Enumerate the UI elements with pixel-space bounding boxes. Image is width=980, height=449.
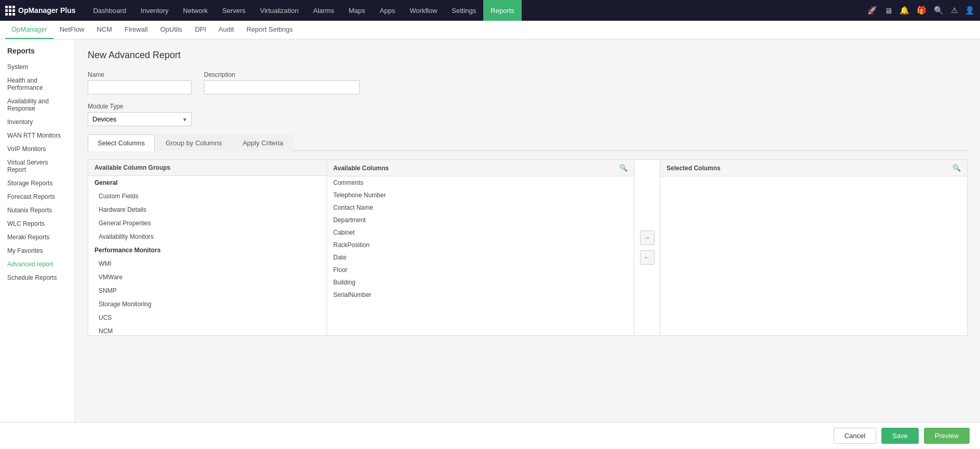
sidebar-item-nutanix[interactable]: Nutanix Reports xyxy=(0,203,75,217)
module-type-select[interactable]: Devices Interfaces Groups Applications xyxy=(88,112,192,126)
module-type-group: Module Type Devices Interfaces Groups Ap… xyxy=(88,103,968,126)
panel-available-columns-header: Available Columns 🔍 xyxy=(327,160,634,176)
group-item-vmware[interactable]: VMWare xyxy=(88,270,326,284)
user-icon[interactable]: 👤 xyxy=(965,6,975,15)
col-item-serial[interactable]: SerialNumber xyxy=(327,289,634,301)
col-item-telephone[interactable]: Telephone Number xyxy=(327,189,634,201)
panel-column-groups-body: General Custom Fields Hardware Details G… xyxy=(88,176,326,335)
bell-icon[interactable]: 🔔 xyxy=(900,6,909,15)
group-item-availability-monitors[interactable]: Availability Monitors xyxy=(88,230,326,243)
panel-column-groups-header: Available Column Groups xyxy=(88,160,326,176)
group-item-snmp[interactable]: SNMP xyxy=(88,284,326,297)
sub-nav: OpManager NetFlow NCM Firewall OpUtils D… xyxy=(0,21,980,39)
description-group: Description xyxy=(204,71,360,94)
sidebar-item-schedule[interactable]: Schedule Reports xyxy=(0,271,75,284)
group-item-general-properties[interactable]: General Properties xyxy=(88,216,326,230)
top-bar-icons: 🚀 🖥 🔔 🎁 🔍 ⚠ 👤 xyxy=(867,6,975,15)
description-input[interactable] xyxy=(204,80,360,94)
move-right-button[interactable]: → xyxy=(640,230,655,245)
nav-inventory[interactable]: Inventory xyxy=(133,0,175,21)
sidebar: Reports System Health and Performance Av… xyxy=(0,39,75,449)
top-nav: Dashboard Inventory Network Servers Virt… xyxy=(86,0,867,21)
col-item-rackposition[interactable]: RackPosition xyxy=(327,239,634,251)
arrow-buttons: → ← xyxy=(634,160,660,335)
nav-workflow[interactable]: Workflow xyxy=(402,0,444,21)
group-item-hardware-details[interactable]: Hardware Details xyxy=(88,203,326,216)
col-item-department[interactable]: Department xyxy=(327,214,634,226)
panel-available-columns-body: Comments Telephone Number Contact Name D… xyxy=(327,176,634,335)
group-item-ncm[interactable]: NCM xyxy=(88,324,326,335)
nav-settings[interactable]: Settings xyxy=(444,0,483,21)
sub-nav-opmanager[interactable]: OpManager xyxy=(5,21,53,39)
sub-nav-dpi[interactable]: DPI xyxy=(188,21,212,39)
description-label: Description xyxy=(204,71,360,78)
cancel-button[interactable]: Cancel xyxy=(834,428,876,444)
form-row-name-desc: Name Description xyxy=(88,71,968,94)
col-item-cabinet[interactable]: Cabinet xyxy=(327,226,634,239)
tab-group-by-columns[interactable]: Group by Columns xyxy=(156,134,232,151)
col-item-date[interactable]: Date xyxy=(327,251,634,264)
sub-nav-netflow[interactable]: NetFlow xyxy=(53,21,91,39)
sidebar-item-favorites[interactable]: My Favorites xyxy=(0,244,75,257)
col-item-contact[interactable]: Contact Name xyxy=(327,201,634,214)
sidebar-item-system[interactable]: System xyxy=(0,60,75,74)
sidebar-item-availability[interactable]: Availability and Response xyxy=(0,94,75,115)
selected-columns-search-icon[interactable]: 🔍 xyxy=(952,164,961,172)
preview-button[interactable]: Preview xyxy=(924,428,970,444)
move-left-button[interactable]: ← xyxy=(640,250,655,265)
panel-selected-columns-label: Selected Columns xyxy=(666,165,720,172)
col-item-building[interactable]: Building xyxy=(327,276,634,289)
group-item-ucs[interactable]: UCS xyxy=(88,311,326,324)
sidebar-item-inventory[interactable]: Inventory xyxy=(0,115,75,129)
sub-nav-report-settings[interactable]: Report Settings xyxy=(240,21,300,39)
app-name: OpManager Plus xyxy=(18,6,75,15)
module-type-select-wrapper: Devices Interfaces Groups Applications ▼ xyxy=(88,112,192,126)
sidebar-item-voip[interactable]: VoIP Monitors xyxy=(0,142,75,156)
rocket-icon[interactable]: 🚀 xyxy=(867,6,877,15)
sidebar-item-virtual[interactable]: Virtual Servers Report xyxy=(0,156,75,176)
sub-nav-oputils[interactable]: OpUtils xyxy=(154,21,189,39)
search-icon[interactable]: 🔍 xyxy=(934,6,944,15)
top-bar: OpManager Plus Dashboard Inventory Netwo… xyxy=(0,0,980,21)
sub-nav-audit[interactable]: Audit xyxy=(212,21,240,39)
panel-selected-columns-body xyxy=(660,176,967,335)
nav-alarms[interactable]: Alarms xyxy=(306,0,341,21)
page-title: New Advanced Report xyxy=(88,50,968,61)
sidebar-item-forecast[interactable]: Forecast Reports xyxy=(0,190,75,203)
name-label: Name xyxy=(88,71,192,78)
nav-apps[interactable]: Apps xyxy=(373,0,403,21)
sidebar-item-advanced[interactable]: Advanced report xyxy=(0,257,75,271)
logo: OpManager Plus xyxy=(5,6,75,16)
nav-dashboard[interactable]: Dashboard xyxy=(86,0,133,21)
group-item-storage-monitoring[interactable]: Storage Monitoring xyxy=(88,297,326,311)
general-group-header: General xyxy=(88,176,326,189)
nav-virtualization[interactable]: Virtualization xyxy=(253,0,306,21)
tab-select-columns[interactable]: Select Columns xyxy=(88,134,155,151)
sidebar-item-meraki[interactable]: Meraki Reports xyxy=(0,230,75,244)
nav-maps[interactable]: Maps xyxy=(342,0,373,21)
nav-reports[interactable]: Reports xyxy=(483,0,522,21)
nav-network[interactable]: Network xyxy=(176,0,215,21)
save-button[interactable]: Save xyxy=(881,428,919,444)
col-item-comments[interactable]: Comments xyxy=(327,176,634,189)
three-panel-container: Available Column Groups General Custom F… xyxy=(88,159,968,336)
panel-selected-columns: Selected Columns 🔍 xyxy=(660,160,967,335)
sub-nav-firewall[interactable]: Firewall xyxy=(118,21,154,39)
sidebar-item-health[interactable]: Health and Performance xyxy=(0,74,75,94)
col-item-floor[interactable]: Floor xyxy=(327,264,634,276)
group-item-custom-fields[interactable]: Custom Fields xyxy=(88,189,326,203)
group-item-wmi[interactable]: WMI xyxy=(88,257,326,270)
sub-nav-ncm[interactable]: NCM xyxy=(90,21,118,39)
sidebar-item-storage[interactable]: Storage Reports xyxy=(0,176,75,190)
tab-apply-criteria[interactable]: Apply Criteria xyxy=(233,134,293,151)
performance-group-header: Performance Monitors xyxy=(88,243,326,257)
nav-servers[interactable]: Servers xyxy=(215,0,253,21)
sidebar-item-wlc[interactable]: WLC Reports xyxy=(0,217,75,230)
sidebar-item-wan[interactable]: WAN RTT Monitors xyxy=(0,129,75,142)
grid-icon xyxy=(5,6,15,16)
gift-icon[interactable]: 🎁 xyxy=(917,6,927,15)
available-columns-search-icon[interactable]: 🔍 xyxy=(619,164,628,172)
name-input[interactable] xyxy=(88,80,192,94)
monitor-icon[interactable]: 🖥 xyxy=(884,6,892,15)
alert-icon[interactable]: ⚠ xyxy=(951,6,958,15)
